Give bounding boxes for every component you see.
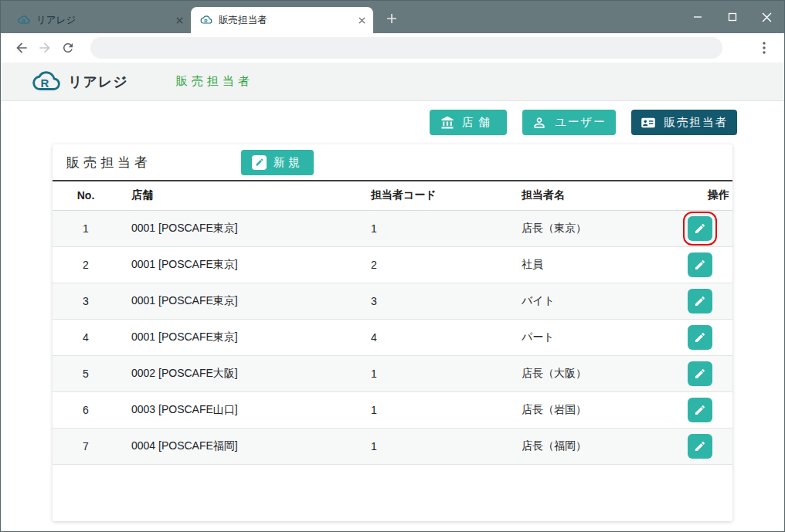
- table-row: 6 0003 [POSCAFE山口] 1 店長（岩国）: [53, 391, 732, 428]
- app-header: R リアレジ 販売担当者: [1, 63, 784, 101]
- minimize-icon: [693, 12, 702, 22]
- table-row: 2 0001 [POSCAFE東京] 2 社員: [53, 246, 732, 283]
- maximize-icon: [728, 12, 737, 22]
- plus-icon: [386, 13, 397, 24]
- cell-name: パート: [509, 319, 648, 355]
- reload-icon: [61, 41, 75, 55]
- kebab-menu-icon: [763, 42, 766, 54]
- cell-code: 4: [359, 319, 509, 355]
- pencil-icon: [694, 331, 706, 344]
- table-row: 7 0004 [POSCAFE福岡] 1 店長（福岡）: [53, 428, 732, 464]
- user-nav-button[interactable]: ユーザー: [522, 110, 616, 135]
- back-icon: [14, 40, 29, 56]
- column-header-name: 担当者名: [509, 181, 648, 210]
- table-header-row: No. 店舗 担当者コード 担当者名 操作: [53, 181, 732, 210]
- sales-staff-nav-button[interactable]: 販売担当者: [631, 110, 737, 135]
- main-content: 店舗 ユーザー 販売担当者 販売担当者 新規: [1, 101, 784, 531]
- cell-store: 0003 [POSCAFE山口]: [119, 391, 359, 428]
- cell-name: 店長（福岡）: [509, 428, 648, 464]
- cell-no: 7: [53, 428, 119, 464]
- tab-close-icon[interactable]: [172, 13, 186, 27]
- pencil-icon: [694, 440, 706, 452]
- store-nav-button[interactable]: 店舗: [430, 110, 507, 135]
- logo-text: リアレジ: [68, 73, 128, 91]
- tab-rearegi[interactable]: R リアレジ: [8, 7, 191, 33]
- svg-text:R: R: [22, 19, 25, 23]
- pencil-icon: [694, 222, 706, 235]
- svg-text:R: R: [41, 76, 49, 89]
- cell-name: 店長（東京）: [509, 210, 648, 246]
- cell-store: 0001 [POSCAFE東京]: [119, 319, 359, 355]
- cell-store: 0002 [POSCAFE大阪]: [119, 355, 359, 391]
- back-button[interactable]: [10, 36, 33, 59]
- app-favicon-cloud-icon: R: [18, 14, 30, 26]
- new-record-button[interactable]: 新規: [241, 150, 314, 175]
- cell-name: 店長（岩国）: [509, 391, 648, 428]
- edit-row-button-highlighted[interactable]: [688, 216, 712, 241]
- cell-code: 2: [359, 246, 509, 283]
- cell-code: 3: [359, 283, 509, 319]
- edit-row-button[interactable]: [688, 289, 712, 313]
- edit-row-button[interactable]: [688, 398, 712, 422]
- new-tab-button[interactable]: [381, 8, 403, 29]
- tab-title: リアレジ: [36, 14, 166, 27]
- cell-store: 0001 [POSCAFE東京]: [119, 283, 359, 319]
- app-favicon-cloud-icon: R: [200, 14, 212, 26]
- cell-no: 5: [53, 355, 119, 391]
- window-controls: [680, 1, 784, 33]
- cell-code: 1: [359, 210, 509, 246]
- bank-icon: [440, 116, 454, 130]
- cell-no: 3: [53, 283, 119, 319]
- cell-no: 2: [53, 246, 119, 283]
- tab-title: 販売担当者: [219, 14, 348, 27]
- browser-window: R リアレジ R 販売担当者 R リアレジ 販売担当者: [0, 0, 785, 532]
- pencil-icon: [694, 259, 706, 271]
- browser-tab-bar: R リアレジ R 販売担当者: [1, 1, 784, 33]
- cell-name: バイト: [509, 283, 648, 319]
- cell-no: 6: [53, 391, 119, 428]
- tab-close-icon[interactable]: [355, 13, 369, 27]
- cell-store: 0001 [POSCAFE東京]: [119, 246, 359, 283]
- pencil-icon: [694, 404, 706, 416]
- reload-button[interactable]: [56, 36, 80, 59]
- url-input[interactable]: [90, 37, 722, 59]
- table-row: 1 0001 [POSCAFE東京] 1 店長（東京）: [53, 210, 732, 246]
- table-row: 4 0001 [POSCAFE東京] 4 パート: [53, 319, 732, 355]
- edit-row-button[interactable]: [688, 361, 712, 386]
- edit-row-button[interactable]: [688, 252, 712, 277]
- cell-name: 社員: [509, 246, 648, 283]
- sales-staff-panel: 販売担当者 新規 No. 店舗 担当者コード 担当者名 操作: [53, 144, 732, 521]
- cell-code: 1: [359, 355, 509, 391]
- cell-no: 4: [53, 319, 119, 355]
- edit-row-button[interactable]: [688, 434, 712, 459]
- maximize-button[interactable]: [715, 1, 749, 33]
- tab-sales-staff[interactable]: R 販売担当者: [191, 7, 373, 33]
- close-window-button[interactable]: [749, 1, 784, 33]
- column-header-no: No.: [53, 181, 119, 210]
- logo-cloud-icon: R: [30, 70, 63, 93]
- cell-code: 1: [359, 391, 509, 428]
- browser-menu-button[interactable]: [753, 37, 775, 59]
- top-nav-buttons: 店舗 ユーザー 販売担当者: [1, 101, 784, 135]
- column-header-store: 店舗: [119, 181, 359, 210]
- table-row: 5 0002 [POSCAFE大阪] 1 店長（大阪）: [53, 355, 732, 391]
- edit-row-button[interactable]: [688, 325, 712, 350]
- app-logo[interactable]: R リアレジ: [30, 70, 128, 93]
- forward-icon: [37, 40, 53, 56]
- panel-header: 販売担当者 新規: [53, 144, 732, 181]
- browser-toolbar: [1, 33, 784, 63]
- sales-staff-table: No. 店舗 担当者コード 担当者名 操作 1 0001 [POSCAFE東京]…: [53, 181, 732, 465]
- minimize-button[interactable]: [680, 1, 715, 33]
- store-nav-label: 店舗: [462, 115, 495, 130]
- cell-no: 1: [53, 210, 119, 246]
- cell-store: 0004 [POSCAFE福岡]: [119, 428, 359, 464]
- forward-button[interactable]: [33, 36, 56, 59]
- pencil-icon: [694, 295, 706, 307]
- user-icon: [532, 115, 547, 130]
- cell-code: 1: [359, 428, 509, 464]
- breadcrumb-current-page[interactable]: 販売担当者: [176, 74, 253, 89]
- panel-title: 販売担当者: [66, 154, 151, 171]
- new-record-label: 新規: [274, 155, 303, 170]
- pencil-badge-icon: [252, 155, 267, 170]
- svg-text:R: R: [204, 19, 208, 23]
